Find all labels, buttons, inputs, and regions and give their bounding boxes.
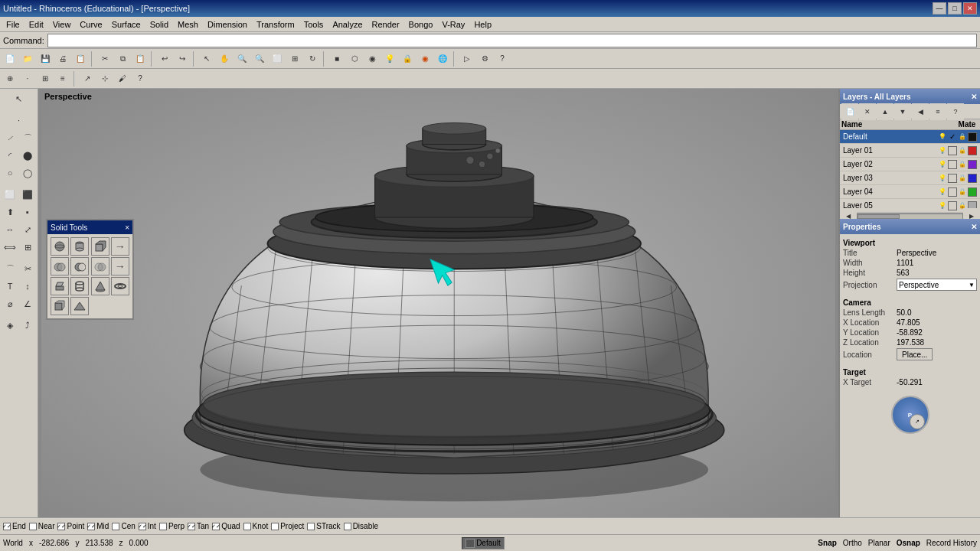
tb-cut[interactable]: ✂ xyxy=(96,51,113,67)
snap-project-cb[interactable] xyxy=(271,523,279,530)
snap-int-cb[interactable]: ✓ xyxy=(139,523,146,530)
st-sphere[interactable] xyxy=(51,237,69,256)
layer-row-01[interactable]: Layer 01 💡 🔒 xyxy=(840,144,980,158)
tb-color[interactable]: ◉ xyxy=(416,51,433,67)
lt-dir[interactable]: ⤴ xyxy=(19,317,36,334)
tb-globe[interactable]: 🌐 xyxy=(434,51,451,67)
tb2-point[interactable]: · xyxy=(19,70,36,87)
tb2-cursor[interactable]: ↗ xyxy=(79,70,96,87)
layers-prev[interactable]: ◀ xyxy=(912,103,929,120)
snap-end-cb[interactable]: ✓ xyxy=(3,523,11,530)
layer-lock-icon-04[interactable]: 🔒 xyxy=(958,187,967,197)
menu-transform[interactable]: Transform xyxy=(252,18,299,31)
menu-analyze[interactable]: Analyze xyxy=(328,18,367,31)
st-extrude[interactable] xyxy=(51,277,69,295)
solid-tools-close[interactable]: × xyxy=(125,223,129,232)
layers-help[interactable]: ? xyxy=(947,103,964,120)
layer-lock-icon[interactable]: 🔒 xyxy=(958,132,967,142)
layer-color-01[interactable] xyxy=(968,146,977,155)
tb-rendered[interactable]: ◉ xyxy=(364,51,381,67)
snap-cen-cb[interactable] xyxy=(112,523,119,530)
snap-quad-cb[interactable]: ✓ xyxy=(212,523,220,530)
tb-save[interactable]: 💾 xyxy=(37,51,54,67)
layer-row-05[interactable]: Layer 05 💡 🔒 xyxy=(840,199,980,213)
lt-arc2[interactable]: ⬤ xyxy=(19,147,36,164)
layers-delete[interactable]: ✕ xyxy=(859,103,876,120)
layer-color-02[interactable] xyxy=(968,160,977,169)
layer-row-03[interactable]: Layer 03 💡 🔒 xyxy=(840,171,980,185)
menu-vray[interactable]: V-Ray xyxy=(437,18,469,31)
snap-point-cb[interactable]: ✓ xyxy=(57,523,65,530)
snap-near-cb[interactable] xyxy=(29,523,37,530)
layer-vis-icon-01[interactable]: 💡 xyxy=(938,146,947,155)
lt-line2[interactable]: ⌒ xyxy=(19,129,36,146)
layer-check-icon-05[interactable] xyxy=(948,201,957,210)
tb-shaded[interactable]: ■ xyxy=(328,51,345,67)
snap-status[interactable]: Snap xyxy=(818,539,836,547)
lt-trim[interactable]: ✂ xyxy=(19,260,36,277)
lt-text[interactable]: T xyxy=(2,278,18,295)
lt-dim[interactable]: ↕ xyxy=(19,278,36,295)
layer-check-icon-02[interactable] xyxy=(948,160,957,169)
lt-scale[interactable]: ⤢ xyxy=(19,221,36,238)
lt-ellipse[interactable]: ◯ xyxy=(19,165,36,181)
tb-rotate[interactable]: ↻ xyxy=(304,51,321,67)
layers-new[interactable]: 📄 xyxy=(841,103,858,120)
layer-color-04[interactable] xyxy=(968,187,977,197)
layers-filter[interactable]: ≡ xyxy=(929,103,946,120)
layer-row-02[interactable]: Layer 02 💡 🔒 xyxy=(840,158,980,171)
st-box[interactable] xyxy=(91,237,109,256)
layer-row-04[interactable]: Layer 04 💡 🔒 xyxy=(840,185,980,199)
tb2-paint[interactable]: 🖌 xyxy=(114,70,131,87)
layer-lock-icon-03[interactable]: 🔒 xyxy=(958,174,967,183)
props-close-icon[interactable]: ✕ xyxy=(971,223,977,231)
layer-check-icon-03[interactable] xyxy=(948,174,957,183)
place-button[interactable]: Place... xyxy=(897,348,933,360)
lt-select[interactable]: ↖ xyxy=(11,90,28,107)
lt-dim2[interactable]: ⌀ xyxy=(2,295,18,312)
tb-light[interactable]: 💡 xyxy=(381,51,398,67)
menu-curve[interactable]: Curve xyxy=(75,18,106,31)
command-input[interactable] xyxy=(47,34,977,47)
tb2-grid[interactable]: ⊞ xyxy=(37,70,54,87)
lt-solid[interactable]: ▪ xyxy=(19,204,36,220)
tb-select[interactable]: ↖ xyxy=(198,51,215,67)
lt-extrude[interactable]: ⬆ xyxy=(2,204,18,220)
lt-line[interactable]: ⟋ xyxy=(2,129,18,146)
lt-dim3[interactable]: ∠ xyxy=(19,295,36,312)
menu-file[interactable]: File xyxy=(2,18,24,31)
lt-surf2[interactable]: ⬛ xyxy=(19,186,36,203)
layer-vis-icon-02[interactable]: 💡 xyxy=(938,160,947,169)
tb-undo[interactable]: ↩ xyxy=(156,51,173,67)
layer-lock-icon-01[interactable]: 🔒 xyxy=(958,146,967,155)
tb-template[interactable]: 📋 xyxy=(72,51,89,67)
layer-color-swatch[interactable] xyxy=(968,132,977,142)
tb-zoom-all[interactable]: ⊞ xyxy=(286,51,303,67)
st-torus[interactable] xyxy=(111,277,129,295)
layer-check-icon-04[interactable] xyxy=(948,187,957,197)
tb-render-btn[interactable]: ▷ xyxy=(459,51,475,67)
lt-array[interactable]: ⊞ xyxy=(19,239,36,256)
layer-lock-icon-02[interactable]: 🔒 xyxy=(958,160,967,169)
menu-render[interactable]: Render xyxy=(368,18,404,31)
lt-transform[interactable]: ↔ xyxy=(2,221,18,238)
menu-surface[interactable]: Surface xyxy=(107,18,145,31)
tb2-help2[interactable]: ? xyxy=(132,70,149,87)
snap-disable-cb[interactable] xyxy=(344,523,351,530)
close-button[interactable]: ✕ xyxy=(963,2,977,15)
snap-knot-cb[interactable] xyxy=(243,523,251,530)
tb-redo[interactable]: ↪ xyxy=(174,51,191,67)
menu-solid[interactable]: Solid xyxy=(145,18,173,31)
tb2-layer[interactable]: ≡ xyxy=(54,70,71,87)
layer-check-icon-01[interactable] xyxy=(948,146,957,155)
st-more2[interactable]: → xyxy=(111,257,129,276)
planar-status[interactable]: Planar xyxy=(868,539,890,547)
menu-view[interactable]: View xyxy=(48,18,76,31)
tb-lock[interactable]: 🔒 xyxy=(399,51,416,67)
lt-fillet[interactable]: ⌒ xyxy=(2,260,18,277)
st-union[interactable] xyxy=(51,257,69,276)
tb-wire[interactable]: ⬡ xyxy=(346,51,363,67)
menu-tools[interactable]: Tools xyxy=(299,18,328,31)
layer-check-icon[interactable]: ✓ xyxy=(948,132,957,142)
st-cylinder[interactable] xyxy=(70,237,89,256)
